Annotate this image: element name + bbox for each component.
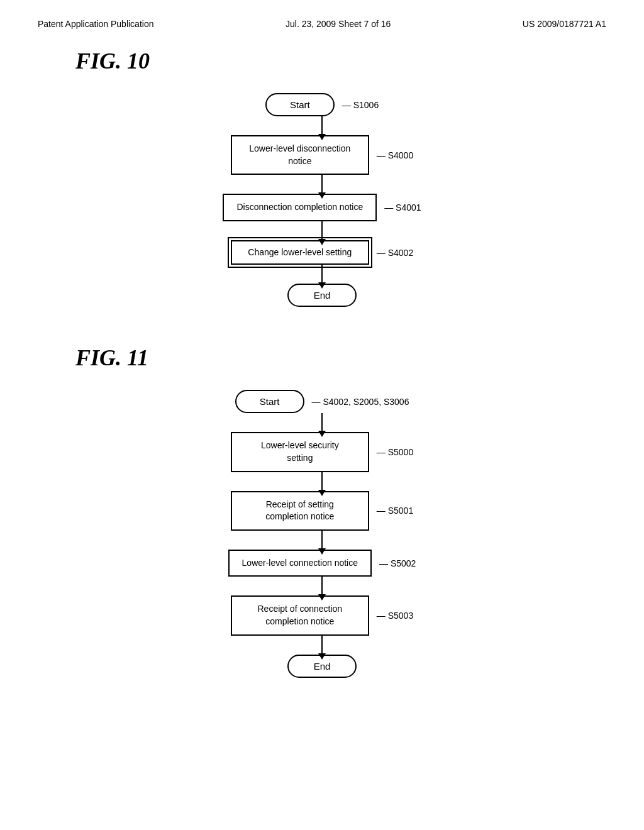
fig11-title: FIG. 11 [75, 345, 606, 371]
fig10-arrow-2 [321, 175, 323, 194]
fig10-s4001-node: Disconnection completion notice [223, 194, 377, 221]
fig11-s5003-row: Receipt of connectioncompletion notice —… [231, 595, 413, 635]
fig11-s5000-node: Lower-level securitysetting [231, 432, 369, 472]
fig10-s4002-label: — S4002 [377, 248, 413, 258]
fig10-s4000-label: — S4000 [377, 150, 413, 160]
fig11-s5001-node: Receipt of settingcompletion notice [231, 491, 369, 531]
fig10-s4000-node: Lower-level disconnectionnotice [231, 135, 369, 175]
fig11-s5003-label: — S5003 [377, 611, 413, 621]
fig10-arrow-1 [321, 116, 323, 135]
page: Patent Application Publication Jul. 23, … [0, 0, 644, 830]
fig10-s4000-row: Lower-level disconnectionnotice — S4000 [231, 135, 413, 175]
fig10-arrow-4 [321, 265, 323, 284]
fig10-start-row: Start — S1006 [265, 93, 379, 116]
fig11-arrow-1 [321, 413, 323, 432]
fig10-start-node: Start [265, 93, 335, 116]
fig10-s4001-label: — S4001 [384, 202, 421, 213]
fig10-section: FIG. 10 Start — S1006 Lower-level discon… [38, 48, 606, 307]
fig11-diagram: Start — S4002, S2005, S3006 Lower-level … [38, 390, 606, 677]
fig11-arrow-4 [321, 577, 323, 595]
fig11-arrow-2 [321, 472, 323, 491]
fig11-s5002-node: Lower-level connection notice [228, 550, 372, 577]
fig11-s5001-row: Receipt of settingcompletion notice — S5… [231, 491, 413, 531]
fig11-s5002-label: — S5002 [379, 558, 416, 568]
fig10-title: FIG. 10 [75, 48, 606, 74]
header-left: Patent Application Publication [38, 19, 153, 29]
fig11-start-node: Start [235, 390, 304, 413]
fig11-s5001-label: — S5001 [377, 506, 413, 516]
fig10-diagram: Start — S1006 Lower-level disconnectionn… [38, 93, 606, 307]
header-right: US 2009/0187721 A1 [523, 19, 606, 29]
fig11-arrow-5 [321, 636, 323, 655]
fig10-s4002-node: Change lower-level setting [231, 240, 369, 265]
fig11-start-row: Start — S4002, S2005, S3006 [235, 390, 409, 413]
fig11-start-label: — S4002, S2005, S3006 [312, 397, 409, 407]
fig11-s5003-node: Receipt of connectioncompletion notice [231, 595, 369, 635]
fig11-arrow-3 [321, 531, 323, 550]
header-middle: Jul. 23, 2009 Sheet 7 of 16 [286, 19, 391, 29]
fig10-arrow-3 [321, 221, 323, 240]
fig10-start-label: — S1006 [342, 100, 379, 110]
fig11-section: FIG. 11 Start — S4002, S2005, S3006 Lowe… [38, 345, 606, 677]
fig11-s5000-label: — S5000 [377, 447, 413, 457]
fig11-s5000-row: Lower-level securitysetting — S5000 [231, 432, 413, 472]
page-header: Patent Application Publication Jul. 23, … [38, 19, 606, 29]
